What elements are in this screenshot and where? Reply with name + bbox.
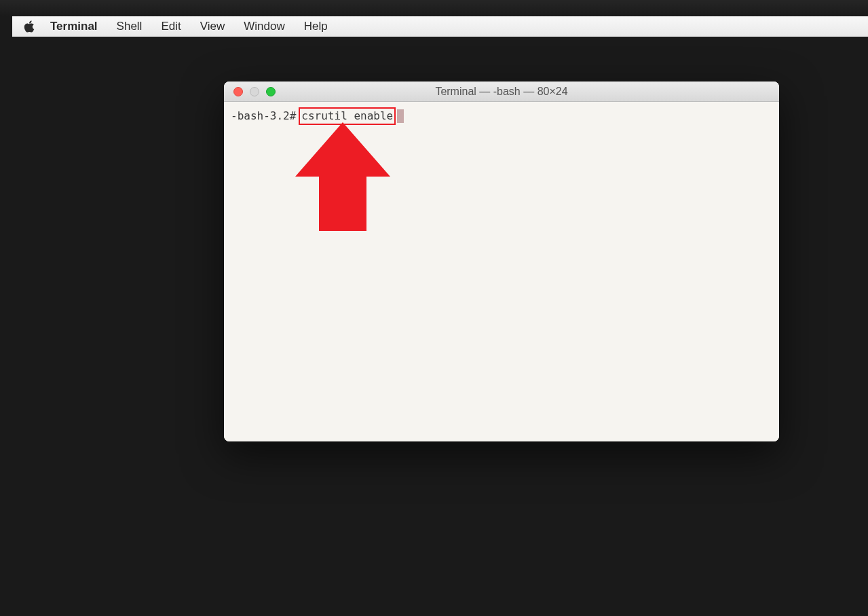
menubar-item-view[interactable]: View <box>200 20 225 33</box>
terminal-window: Terminal — -bash — 80×24 -bash-3.2# csru… <box>224 81 779 441</box>
terminal-line: -bash-3.2# csrutil enable <box>231 107 772 125</box>
window-title: Terminal — -bash — 80×24 <box>224 86 779 98</box>
command-text: csrutil enable <box>299 107 396 125</box>
terminal-body[interactable]: -bash-3.2# csrutil enable <box>224 102 779 441</box>
svg-marker-0 <box>295 122 390 231</box>
close-button[interactable] <box>233 87 243 96</box>
minimize-button[interactable] <box>250 87 259 96</box>
menubar: Terminal Shell Edit View Window Help <box>12 16 868 37</box>
menubar-item-shell[interactable]: Shell <box>117 20 143 33</box>
apple-logo-icon[interactable] <box>23 20 35 33</box>
menubar-item-edit[interactable]: Edit <box>161 20 181 33</box>
menubar-item-help[interactable]: Help <box>304 20 328 33</box>
traffic-lights <box>224 87 276 96</box>
cursor-icon <box>397 109 404 123</box>
desktop: Terminal — -bash — 80×24 -bash-3.2# csru… <box>12 37 868 616</box>
arrow-annotation-icon <box>295 122 390 238</box>
zoom-button[interactable] <box>266 87 276 96</box>
titlebar[interactable]: Terminal — -bash — 80×24 <box>224 81 779 102</box>
prompt: -bash-3.2# <box>231 109 296 124</box>
menubar-item-window[interactable]: Window <box>244 20 284 33</box>
menubar-app-name[interactable]: Terminal <box>50 20 98 33</box>
